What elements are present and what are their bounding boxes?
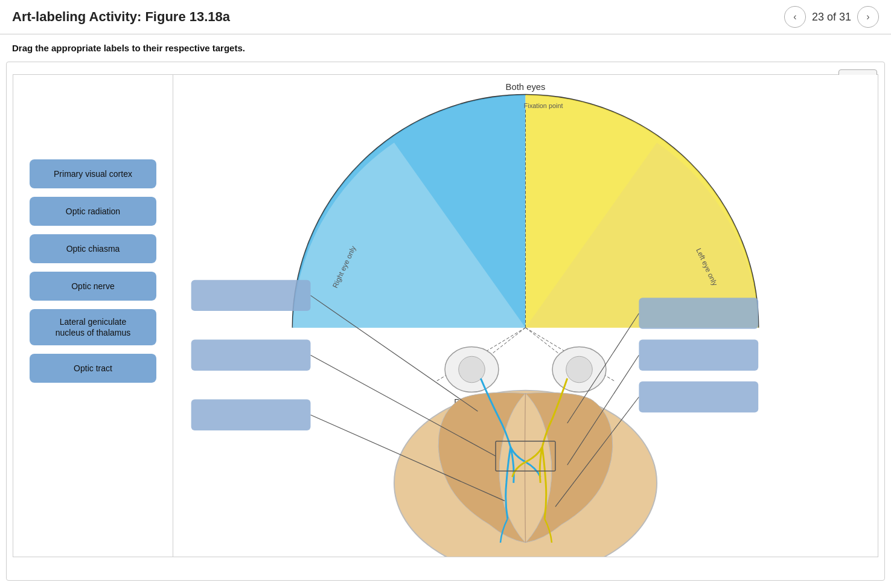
page-title: Art-labeling Activity: Figure 13.18a <box>12 9 230 25</box>
label-lateral-geniculate[interactable]: Lateral geniculatenucleus of thalamus <box>30 309 156 345</box>
svg-point-6 <box>566 356 593 383</box>
nav-controls: ‹ 23 of 31 › <box>784 6 879 28</box>
drop-target-left-2[interactable] <box>191 340 311 371</box>
prev-button[interactable]: ‹ <box>784 6 806 28</box>
drop-target-left-1[interactable] <box>191 280 311 311</box>
fixation-point-label: Fixation point <box>524 102 563 109</box>
labels-panel: Primary visual cortex Optic radiation Op… <box>13 75 173 557</box>
drop-target-left-3[interactable] <box>191 399 311 430</box>
nav-counter: 23 of 31 <box>812 11 851 24</box>
content-area: Reset Primary visual cortex Optic radiat… <box>6 62 885 581</box>
diagram-area: Both eyes Fixation point Right eye only … <box>173 75 878 557</box>
activity-layout: Primary visual cortex Optic radiation Op… <box>13 74 878 557</box>
next-button[interactable]: › <box>857 6 879 28</box>
label-optic-radiation[interactable]: Optic radiation <box>30 197 156 226</box>
page-header: Art-labeling Activity: Figure 13.18a ‹ 2… <box>0 0 891 34</box>
brain-diagram-svg: Both eyes Fixation point Right eye only … <box>173 75 878 557</box>
drop-target-right-1[interactable] <box>639 298 758 328</box>
instructions-text: Drag the appropriate labels to their res… <box>0 34 891 62</box>
drop-target-right-3[interactable] <box>639 382 758 412</box>
label-optic-nerve[interactable]: Optic nerve <box>30 272 156 301</box>
label-primary-visual-cortex[interactable]: Primary visual cortex <box>30 159 156 188</box>
both-eyes-label: Both eyes <box>506 82 546 92</box>
label-optic-tract[interactable]: Optic tract <box>30 354 156 383</box>
label-optic-chiasma[interactable]: Optic chiasma <box>30 234 156 263</box>
drop-target-right-2[interactable] <box>639 340 758 371</box>
